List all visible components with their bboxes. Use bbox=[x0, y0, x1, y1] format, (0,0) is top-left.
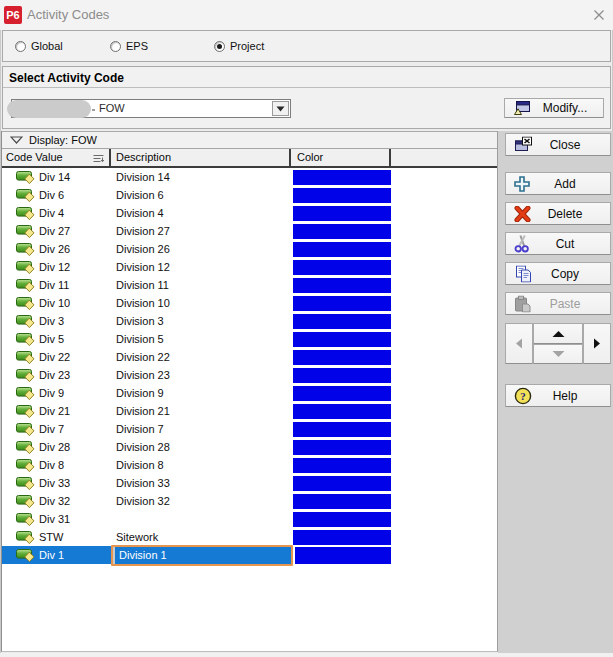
color-swatch[interactable] bbox=[293, 458, 391, 473]
column-header-description[interactable]: Description bbox=[111, 149, 291, 166]
navigate-right-button[interactable] bbox=[583, 323, 611, 364]
table-row[interactable]: Div 21Division 21 bbox=[2, 402, 497, 420]
color-swatch[interactable] bbox=[293, 440, 391, 455]
table-row[interactable]: Div 27Division 27 bbox=[2, 222, 497, 240]
code-value-cell[interactable]: Div 10 bbox=[39, 294, 70, 312]
table-row[interactable]: Div 12Division 12 bbox=[2, 258, 497, 276]
color-swatch[interactable] bbox=[293, 296, 391, 311]
table-row[interactable]: Div 8Division 8 bbox=[2, 456, 497, 474]
description-cell[interactable]: Division 9 bbox=[116, 384, 164, 402]
modify-button[interactable]: Modify... bbox=[504, 98, 604, 118]
description-cell[interactable]: Division 10 bbox=[116, 294, 170, 312]
code-value-cell[interactable]: Div 32 bbox=[39, 492, 70, 510]
color-swatch[interactable] bbox=[293, 422, 391, 437]
description-cell[interactable]: Division 22 bbox=[116, 348, 170, 366]
radio-project[interactable]: Project bbox=[214, 31, 264, 61]
code-value-cell[interactable]: Div 11 bbox=[39, 276, 69, 294]
table-row[interactable]: Div 7Division 7 bbox=[2, 420, 497, 438]
code-value-cell[interactable]: Div 14 bbox=[39, 168, 70, 186]
color-swatch[interactable] bbox=[293, 404, 391, 419]
color-swatch[interactable] bbox=[293, 242, 391, 257]
table-row[interactable]: Div 6Division 6 bbox=[2, 186, 497, 204]
code-value-cell[interactable]: Div 9 bbox=[39, 384, 64, 402]
description-cell-editor[interactable]: Division 1 bbox=[111, 545, 293, 566]
color-swatch[interactable] bbox=[295, 547, 391, 564]
description-cell[interactable]: Division 23 bbox=[116, 366, 170, 384]
description-cell[interactable]: Division 32 bbox=[116, 492, 170, 510]
color-swatch[interactable] bbox=[293, 368, 391, 383]
table-row[interactable]: Div 28Division 28 bbox=[2, 438, 497, 456]
table-row[interactable]: STWSitework bbox=[2, 528, 497, 546]
code-value-cell[interactable]: Div 6 bbox=[39, 186, 64, 204]
description-cell[interactable]: Division 6 bbox=[116, 186, 164, 204]
table-row[interactable]: Div 9Division 9 bbox=[2, 384, 497, 402]
table-row[interactable]: Div 31 bbox=[2, 510, 497, 528]
code-value-cell[interactable]: STW bbox=[39, 528, 63, 546]
delete-button[interactable]: Delete bbox=[505, 202, 611, 225]
description-cell[interactable]: Division 3 bbox=[116, 312, 164, 330]
navigate-up-button[interactable] bbox=[533, 323, 583, 344]
description-cell[interactable]: Division 4 bbox=[116, 204, 164, 222]
description-cell[interactable]: Division 14 bbox=[116, 168, 170, 186]
code-value-cell[interactable]: Div 27 bbox=[39, 222, 70, 240]
code-value-cell[interactable]: Div 33 bbox=[39, 474, 70, 492]
color-swatch[interactable] bbox=[293, 386, 391, 401]
color-swatch[interactable] bbox=[293, 332, 391, 347]
window-close-icon[interactable] bbox=[593, 9, 605, 21]
description-cell[interactable]: Division 8 bbox=[116, 456, 164, 474]
copy-button[interactable]: Copy bbox=[505, 262, 611, 285]
radio-global[interactable]: Global bbox=[15, 31, 63, 61]
code-value-cell[interactable]: Div 7 bbox=[39, 420, 64, 438]
combobox-dropdown-button[interactable] bbox=[272, 101, 289, 116]
code-value-cell[interactable]: Div 1 bbox=[39, 546, 64, 564]
help-button[interactable]: ?Help bbox=[505, 384, 611, 407]
color-swatch[interactable] bbox=[293, 314, 391, 329]
cut-button[interactable]: Cut bbox=[505, 232, 611, 255]
color-swatch[interactable] bbox=[293, 206, 391, 221]
color-swatch[interactable] bbox=[293, 494, 391, 509]
code-value-cell[interactable]: Div 12 bbox=[39, 258, 70, 276]
color-swatch[interactable] bbox=[293, 224, 391, 239]
code-value-cell[interactable]: Div 26 bbox=[39, 240, 70, 258]
description-cell[interactable]: Division 7 bbox=[116, 420, 164, 438]
table-row[interactable]: Div 10Division 10 bbox=[2, 294, 497, 312]
column-header-color[interactable]: Color bbox=[291, 149, 391, 166]
code-value-cell[interactable]: Div 31 bbox=[39, 510, 70, 528]
code-value-cell[interactable]: Div 22 bbox=[39, 348, 70, 366]
table-row[interactable]: Div 3Division 3 bbox=[2, 312, 497, 330]
code-value-cell[interactable]: Div 5 bbox=[39, 330, 64, 348]
table-row[interactable]: Div 11Division 11 bbox=[2, 276, 497, 294]
table-row[interactable]: Div 33Division 33 bbox=[2, 474, 497, 492]
column-header-code-value[interactable]: Code Value bbox=[2, 149, 111, 166]
color-swatch[interactable] bbox=[293, 512, 391, 527]
description-cell[interactable]: Division 26 bbox=[116, 240, 170, 258]
close-button[interactable]: Close bbox=[505, 133, 611, 156]
add-button[interactable]: Add bbox=[505, 172, 611, 195]
description-cell[interactable]: Division 28 bbox=[116, 438, 170, 456]
table-row[interactable]: Div 1Division 1 bbox=[2, 546, 497, 564]
description-cell[interactable]: Sitework bbox=[116, 528, 158, 546]
color-swatch[interactable] bbox=[293, 260, 391, 275]
color-swatch[interactable] bbox=[293, 350, 391, 365]
description-cell[interactable]: Division 1 bbox=[119, 547, 167, 564]
description-cell[interactable]: Division 33 bbox=[116, 474, 170, 492]
color-swatch[interactable] bbox=[293, 278, 391, 293]
description-cell[interactable]: Division 5 bbox=[116, 330, 164, 348]
display-bar[interactable]: Display: FOW bbox=[2, 131, 497, 149]
color-swatch[interactable] bbox=[293, 170, 391, 185]
table-row[interactable]: Div 23Division 23 bbox=[2, 366, 497, 384]
description-cell[interactable]: Division 12 bbox=[116, 258, 170, 276]
table-row[interactable]: Div 4Division 4 bbox=[2, 204, 497, 222]
color-swatch[interactable] bbox=[293, 188, 391, 203]
code-value-cell[interactable]: Div 21 bbox=[39, 402, 70, 420]
code-value-cell[interactable]: Div 23 bbox=[39, 366, 70, 384]
table-row[interactable]: Div 32Division 32 bbox=[2, 492, 497, 510]
table-row[interactable]: Div 5Division 5 bbox=[2, 330, 497, 348]
description-cell[interactable]: Division 27 bbox=[116, 222, 170, 240]
description-cell[interactable]: Division 21 bbox=[116, 402, 170, 420]
code-value-cell[interactable]: Div 8 bbox=[39, 456, 64, 474]
radio-eps[interactable]: EPS bbox=[110, 31, 148, 61]
code-value-cell[interactable]: Div 3 bbox=[39, 312, 64, 330]
table-row[interactable]: Div 22Division 22 bbox=[2, 348, 497, 366]
color-swatch[interactable] bbox=[293, 530, 391, 545]
